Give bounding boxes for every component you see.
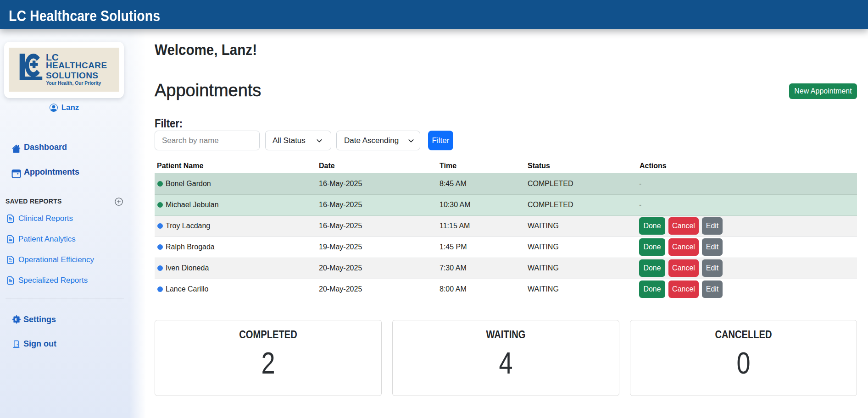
svg-text:SOLUTIONS: SOLUTIONS	[46, 71, 98, 80]
svg-text:Your Health, Our Priority: Your Health, Our Priority	[46, 81, 101, 86]
svg-text:HEALTHCARE: HEALTHCARE	[46, 60, 107, 70]
